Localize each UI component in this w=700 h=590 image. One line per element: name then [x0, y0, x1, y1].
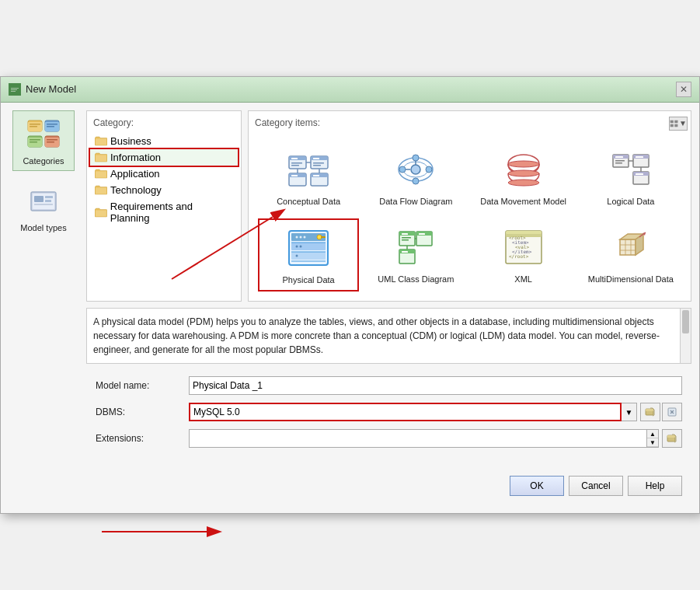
- uml-label: UML Class Diagram: [378, 274, 454, 285]
- svg-point-88: [296, 254, 298, 257]
- model-name-input[interactable]: [189, 376, 682, 395]
- svg-point-58: [411, 165, 420, 174]
- category-application-label: Application: [110, 168, 160, 180]
- svg-rect-127: [667, 435, 675, 438]
- title-bar: New Model ✕: [1, 77, 699, 103]
- folder-icon-application: [95, 168, 107, 179]
- categories-label: Categories: [23, 156, 64, 166]
- svg-rect-7: [30, 124, 40, 125]
- model-types-label: Model types: [20, 223, 66, 232]
- svg-point-85: [304, 236, 306, 238]
- svg-rect-8: [30, 126, 37, 127]
- extensions-up[interactable]: ▲: [647, 430, 658, 438]
- grid-item-uml[interactable]: UML Class Diagram: [365, 218, 466, 292]
- category-item-business[interactable]: Business: [90, 133, 238, 149]
- arrow-to-dbms: [86, 512, 226, 551]
- items-panel: Category items: ▼: [248, 110, 691, 302]
- grid-item-datamovement[interactable]: Data Movement Model: [473, 141, 574, 212]
- folder-icon-business: [95, 135, 107, 146]
- svg-rect-94: [402, 237, 411, 239]
- help-button[interactable]: Help: [628, 476, 682, 496]
- svg-rect-30: [674, 124, 677, 126]
- cancel-button[interactable]: Cancel: [569, 476, 623, 496]
- svg-rect-4: [11, 91, 16, 92]
- extensions-buttons: [662, 429, 682, 448]
- svg-rect-43: [291, 175, 298, 176]
- form-section: Model name: DBMS: MySQL 5.0 MySQL 8.0 Or…: [86, 370, 691, 462]
- sidebar-item-model-types[interactable]: Model types: [12, 177, 75, 238]
- view-toggle-button[interactable]: ▼: [669, 117, 688, 131]
- category-item-information[interactable]: Information: [90, 149, 238, 166]
- extensions-wrapper: ▲ ▼: [189, 429, 659, 448]
- physical-data-label: Physical Data: [282, 274, 334, 285]
- grid-item-multidim[interactable]: MultiDimensional Data: [580, 218, 681, 292]
- grid-item-physical[interactable]: Physical Data: [258, 218, 359, 292]
- category-information-label: Information: [110, 152, 161, 163]
- svg-rect-90: [321, 236, 326, 238]
- dbms-buttons: [640, 403, 682, 421]
- grid-item-conceptual[interactable]: Conceptual Data: [258, 141, 359, 212]
- svg-point-53: [426, 166, 432, 173]
- extensions-open-button[interactable]: [662, 429, 682, 448]
- model-name-row: Model name:: [96, 376, 682, 395]
- model-types-icon: [25, 183, 62, 220]
- uml-icon: [392, 224, 439, 271]
- svg-rect-40: [313, 165, 321, 166]
- svg-rect-95: [402, 239, 409, 241]
- top-section: Category: Business: [86, 110, 691, 302]
- sidebar-item-categories[interactable]: Categories: [12, 110, 75, 171]
- svg-rect-93: [402, 233, 408, 235]
- dbms-label: DBMS:: [96, 407, 189, 417]
- extensions-label: Extensions:: [96, 433, 189, 444]
- category-item-requirements[interactable]: Requirements and Planning: [90, 198, 238, 226]
- svg-rect-67: [615, 162, 622, 164]
- category-business-label: Business: [110, 135, 151, 147]
- dataflow-label: Data Flow Diagram: [379, 196, 452, 207]
- svg-point-52: [399, 166, 406, 173]
- svg-rect-122: [646, 409, 653, 411]
- category-item-application[interactable]: Application: [90, 166, 238, 182]
- svg-rect-106: [506, 231, 542, 234]
- description-area: A physical data model (PDM) helps you to…: [86, 308, 691, 364]
- ok-button[interactable]: OK: [510, 476, 564, 496]
- dialog-body: Categories Model types: [1, 103, 699, 514]
- svg-rect-2: [11, 88, 19, 89]
- grid-item-logical[interactable]: Logical Data: [580, 141, 681, 212]
- svg-point-84: [300, 236, 302, 238]
- physical-data-icon: [285, 225, 332, 271]
- svg-rect-38: [313, 158, 319, 159]
- svg-point-55: [413, 178, 419, 184]
- main-content: Category: Business: [86, 110, 691, 506]
- extensions-input[interactable]: [189, 429, 646, 448]
- model-name-label: Model name:: [96, 380, 189, 391]
- grid-item-dataflow[interactable]: Data Flow Diagram: [365, 141, 466, 212]
- dialog-icon: [9, 83, 21, 96]
- conceptual-data-label: Conceptual Data: [277, 196, 340, 207]
- extensions-down[interactable]: ▼: [647, 438, 658, 447]
- svg-point-54: [413, 155, 419, 161]
- dbms-select[interactable]: MySQL 5.0 MySQL 8.0 Oracle 19c SQL Serve…: [189, 403, 622, 421]
- items-label: Category items:: [252, 114, 323, 133]
- description-text: A physical data model (PDM) helps you to…: [93, 316, 660, 355]
- svg-rect-34: [291, 162, 302, 164]
- category-item-technology[interactable]: Technology: [90, 182, 238, 198]
- dbms-open-button[interactable]: [640, 403, 660, 421]
- svg-rect-26: [34, 204, 53, 205]
- extensions-spinbox: ▲ ▼: [646, 429, 659, 448]
- dbms-clear-button[interactable]: [662, 403, 682, 421]
- close-button[interactable]: ✕: [676, 82, 691, 97]
- logical-data-label: Logical Data: [607, 196, 654, 207]
- description-scrollbar[interactable]: [680, 309, 691, 363]
- svg-rect-98: [419, 233, 425, 235]
- svg-rect-49: [313, 175, 319, 176]
- svg-point-60: [508, 161, 539, 167]
- grid-item-xml[interactable]: <root> <item> <val> </item> </root> XML: [473, 218, 574, 292]
- datamovement-icon: [500, 146, 547, 193]
- category-requirements-label: Requirements and Planning: [110, 201, 233, 224]
- svg-rect-27: [670, 120, 674, 123]
- folder-icon-requirements: [95, 207, 107, 218]
- dataflow-icon: [392, 146, 439, 193]
- extensions-row: Extensions: ▲ ▼: [96, 429, 682, 448]
- dbms-dropdown-arrow[interactable]: ▼: [622, 403, 637, 421]
- svg-rect-28: [674, 120, 677, 123]
